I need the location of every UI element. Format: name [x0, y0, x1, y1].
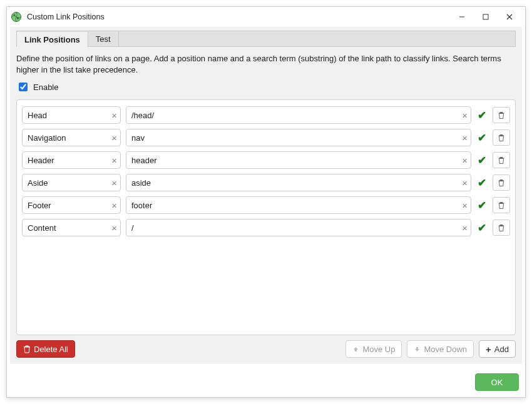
delete-row-button[interactable] [493, 129, 510, 146]
content-area: Link Positions Test Define the position … [10, 27, 522, 364]
app-icon [11, 11, 22, 23]
delete-all-button[interactable]: Delete All [16, 340, 75, 358]
clear-icon[interactable]: × [462, 178, 468, 188]
position-row: ××✔ [21, 194, 511, 216]
delete-row-button[interactable] [493, 220, 510, 236]
search-term-input[interactable] [126, 151, 471, 169]
maximize-button[interactable] [474, 8, 498, 26]
add-label: Add [494, 345, 509, 354]
window-title: Custom Link Positions [27, 13, 450, 21]
search-term-input[interactable] [126, 219, 471, 236]
clear-icon[interactable]: × [111, 155, 117, 166]
svg-rect-4 [483, 14, 488, 19]
clear-icon[interactable]: × [462, 110, 468, 121]
search-term-wrapper: × [126, 106, 471, 124]
trash-icon [23, 345, 31, 353]
valid-check-icon: ✔ [476, 176, 488, 189]
minimize-button[interactable] [450, 8, 474, 26]
enable-checkbox[interactable] [19, 83, 28, 91]
delete-row-button[interactable] [493, 152, 510, 168]
trash-icon [498, 201, 505, 210]
move-up-button[interactable]: Move Up [345, 340, 402, 358]
position-row: ××✔ [21, 104, 511, 126]
position-name-wrapper: × [22, 129, 121, 146]
search-term-input[interactable] [126, 196, 471, 214]
ok-label: OK [491, 378, 503, 387]
window-controls [450, 8, 521, 26]
list-footer: Delete All Move Up Move Down + Add [16, 335, 516, 358]
trash-icon [498, 179, 505, 187]
valid-check-icon: ✔ [476, 109, 488, 122]
arrow-down-icon [414, 346, 421, 353]
clear-icon[interactable]: × [462, 155, 468, 166]
add-button[interactable]: + Add [479, 340, 516, 358]
delete-row-button[interactable] [493, 107, 510, 123]
tab-link-positions[interactable]: Link Positions [17, 32, 88, 48]
clear-icon[interactable]: × [111, 133, 117, 143]
position-name-input[interactable] [22, 219, 121, 236]
position-name-wrapper: × [22, 196, 121, 214]
valid-check-icon: ✔ [476, 199, 488, 212]
delete-row-button[interactable] [493, 197, 510, 213]
search-term-wrapper: × [126, 174, 471, 191]
clear-icon[interactable]: × [111, 178, 117, 188]
search-term-input[interactable] [126, 174, 471, 191]
tab-label: Link Positions [24, 35, 80, 44]
position-name-wrapper: × [22, 219, 121, 236]
titlebar: Custom Link Positions [7, 7, 525, 27]
rows-container: ××✔××✔××✔××✔××✔××✔ [16, 99, 516, 335]
ok-button[interactable]: OK [475, 373, 519, 391]
close-button[interactable] [498, 8, 521, 26]
dialog-button-bar: OK [7, 367, 525, 397]
search-term-wrapper: × [126, 219, 471, 236]
clear-icon[interactable]: × [462, 133, 468, 143]
search-term-input[interactable] [126, 129, 471, 146]
trash-icon [498, 156, 505, 164]
arrow-up-icon [352, 346, 359, 353]
plus-icon: + [486, 345, 491, 354]
position-row: ××✔ [21, 126, 511, 149]
position-name-input[interactable] [22, 129, 121, 146]
delete-all-label: Delete All [34, 345, 68, 354]
move-up-label: Move Up [362, 345, 395, 354]
search-term-wrapper: × [126, 196, 471, 214]
move-down-label: Move Down [424, 345, 467, 354]
position-row: ××✔ [21, 171, 511, 194]
clear-icon[interactable]: × [111, 223, 117, 233]
window: Custom Link Positions Link Positions Tes… [6, 6, 526, 398]
search-term-wrapper: × [126, 151, 471, 169]
delete-row-button[interactable] [493, 174, 510, 191]
position-row: ××✔ [21, 216, 511, 239]
clear-icon[interactable]: × [462, 200, 468, 211]
position-name-input[interactable] [22, 106, 121, 124]
enable-label: Enable [33, 83, 58, 92]
tab-label: Test [96, 34, 111, 44]
valid-check-icon: ✔ [476, 154, 488, 167]
position-name-wrapper: × [22, 106, 121, 124]
clear-icon[interactable]: × [111, 200, 117, 211]
trash-icon [498, 224, 505, 232]
valid-check-icon: ✔ [476, 131, 488, 144]
enable-row: Enable [16, 81, 516, 93]
position-row: ××✔ [21, 149, 511, 171]
position-name-input[interactable] [22, 174, 121, 191]
move-down-button[interactable]: Move Down [407, 340, 474, 358]
svg-point-1 [13, 14, 15, 16]
position-name-input[interactable] [22, 196, 121, 214]
search-term-wrapper: × [126, 129, 471, 146]
clear-icon[interactable]: × [111, 110, 117, 121]
description-text: Define the position of links on a page. … [16, 53, 516, 76]
trash-icon [498, 111, 505, 119]
search-term-input[interactable] [126, 106, 471, 124]
valid-check-icon: ✔ [476, 221, 488, 235]
position-name-wrapper: × [22, 151, 121, 169]
svg-point-2 [17, 17, 19, 19]
position-name-input[interactable] [22, 151, 121, 169]
tab-test[interactable]: Test [88, 31, 119, 46]
trash-icon [498, 134, 505, 142]
clear-icon[interactable]: × [462, 223, 468, 233]
position-name-wrapper: × [22, 174, 121, 191]
tabstrip: Link Positions Test [16, 31, 516, 47]
